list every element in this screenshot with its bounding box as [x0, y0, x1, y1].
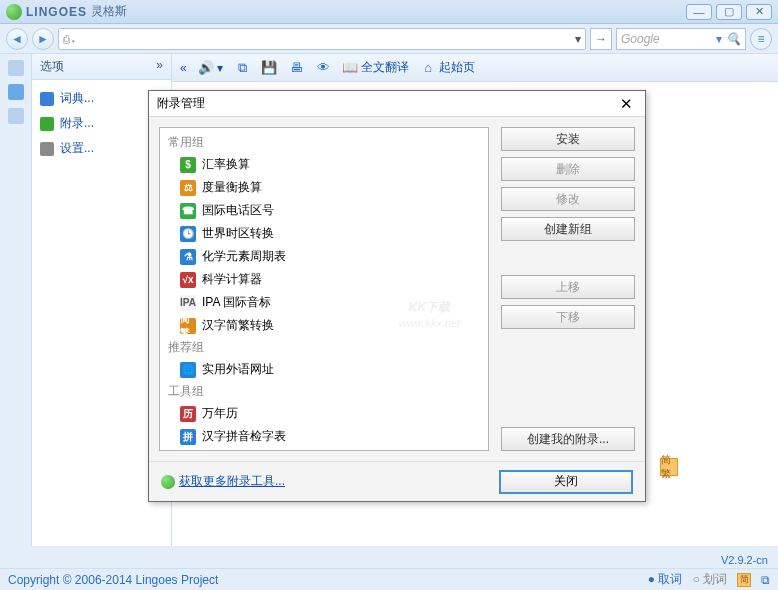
titlebar: LINGOES 灵格斯 — ▢ ✕: [0, 0, 778, 24]
tree-item-icon: 历: [180, 406, 196, 422]
tree-item-label: 汉字简繁转换: [202, 317, 274, 334]
tree-item[interactable]: 🕒世界时区转换: [162, 222, 486, 245]
copyright: Copyright © 2006-2014 Lingoes Project: [8, 573, 218, 587]
tree-item-icon: 简繁: [180, 318, 196, 334]
tree-item-label: 科学计算器: [202, 271, 262, 288]
appendix-tree[interactable]: KK下载www.kkx.net 常用组$汇率换算⚖度量衡换算☎国际电话区号🕒世界…: [159, 127, 489, 451]
tb-home[interactable]: ⌂起始页: [421, 59, 475, 76]
tree-item-label: 度量衡换算: [202, 179, 262, 196]
brand-name: LINGOES: [26, 5, 87, 19]
maximize-button[interactable]: ▢: [716, 4, 742, 20]
sidebar-item-icon: [40, 142, 54, 156]
sidebar-item-label: 附录...: [60, 115, 94, 132]
version-label: V2.9.2-cn: [721, 554, 768, 566]
modify-button[interactable]: 修改: [501, 187, 635, 211]
movedown-button[interactable]: 下移: [501, 305, 635, 329]
status-icon-2[interactable]: ⧉: [761, 573, 770, 587]
address-toolbar: ◄ ► ⎙▾ ▾ → Google ▾ 🔍 ≡: [0, 24, 778, 54]
tree-item-icon: ⚖: [180, 180, 196, 196]
address-prefix-icon: ⎙▾: [63, 33, 77, 45]
tree-item[interactable]: √x科学计算器: [162, 268, 486, 291]
address-input[interactable]: ⎙▾ ▾: [58, 28, 586, 50]
dialog-close-button[interactable]: 关闭: [499, 470, 633, 494]
brand-name-cn: 灵格斯: [91, 3, 127, 20]
tree-item-icon: 拼: [180, 429, 196, 445]
tree-item[interactable]: IPAIPA 国际音标: [162, 291, 486, 314]
moveup-button[interactable]: 上移: [501, 275, 635, 299]
app-logo-icon: [6, 4, 22, 20]
tree-item[interactable]: 历万年历: [162, 402, 486, 425]
tb-back-icon[interactable]: «: [180, 61, 187, 75]
tb-copy-icon[interactable]: ⧉: [235, 60, 250, 75]
close-button[interactable]: ✕: [746, 4, 772, 20]
tree-item-icon: ☎: [180, 203, 196, 219]
tree-item[interactable]: ☎国际电话区号: [162, 199, 486, 222]
conversion-badge[interactable]: 简繁: [660, 458, 678, 476]
tree-item-icon: $: [180, 157, 196, 173]
tb-print-icon[interactable]: 🖶: [289, 60, 304, 75]
tree-item-icon: √x: [180, 272, 196, 288]
tree-group-label: 常用组: [162, 132, 486, 153]
address-dropdown-icon[interactable]: ▾: [575, 32, 581, 46]
left-gutter: [0, 54, 32, 546]
search-placeholder: Google: [621, 32, 660, 46]
tree-item[interactable]: 拼汉字拼音检字表: [162, 425, 486, 448]
tree-item-label: 万年历: [202, 405, 238, 422]
gutter-icon-2[interactable]: [8, 84, 24, 100]
dialog-title: 附录管理: [157, 95, 205, 112]
tb-find-icon[interactable]: 👁: [316, 60, 331, 75]
sidebar-item-0[interactable]: 词典...: [38, 86, 165, 111]
search-input[interactable]: Google ▾ 🔍: [616, 28, 746, 50]
go-button[interactable]: →: [590, 28, 612, 50]
tree-group-label: 推荐组: [162, 337, 486, 358]
sidebar-header: 选项: [40, 58, 64, 75]
newgroup-button[interactable]: 创建新组: [501, 217, 635, 241]
create-mine-button[interactable]: 创建我的附录...: [501, 427, 635, 451]
tree-item-icon: IPA: [180, 295, 196, 311]
menu-button[interactable]: ≡: [750, 28, 772, 50]
search-icon[interactable]: 🔍: [726, 32, 741, 46]
tree-item-label: 实用外语网址: [202, 361, 274, 378]
content-toolbar: « 🔊▾ ⧉ 💾 🖶 👁 📖全文翻译 ⌂起始页: [172, 54, 778, 82]
tree-item[interactable]: ⚗化学元素周期表: [162, 245, 486, 268]
gutter-icon-1[interactable]: [8, 60, 24, 76]
more-tools-link[interactable]: 获取更多附录工具...: [161, 473, 285, 490]
install-button[interactable]: 安装: [501, 127, 635, 151]
status-icon-1[interactable]: 简: [737, 573, 751, 587]
tree-item-label: 汇率换算: [202, 156, 250, 173]
tb-save-icon[interactable]: 💾: [262, 60, 277, 75]
pick-word-toggle[interactable]: ● 取词: [648, 571, 683, 588]
tree-item-label: 化学元素周期表: [202, 248, 286, 265]
stroke-word-toggle[interactable]: ○ 划词: [692, 571, 727, 588]
tree-item[interactable]: 简繁汉字简繁转换: [162, 314, 486, 337]
tree-item-icon: ⚗: [180, 249, 196, 265]
sidebar-collapse-icon[interactable]: »: [156, 58, 163, 75]
sidebar-item-label: 词典...: [60, 90, 94, 107]
appendix-dialog: 附录管理 ✕ KK下载www.kkx.net 常用组$汇率换算⚖度量衡换算☎国际…: [148, 90, 646, 502]
tree-item-label: 世界时区转换: [202, 225, 274, 242]
tree-item[interactable]: 字汉字部首检字表: [162, 448, 486, 451]
minimize-button[interactable]: —: [686, 4, 712, 20]
tree-item-label: IPA 国际音标: [202, 294, 271, 311]
sidebar-item-2[interactable]: 设置...: [38, 136, 165, 161]
tb-fulltrans[interactable]: 📖全文翻译: [343, 59, 409, 76]
tree-item-label: 汉字拼音检字表: [202, 428, 286, 445]
search-dropdown-icon[interactable]: ▾: [716, 32, 722, 46]
sidebar-item-1[interactable]: 附录...: [38, 111, 165, 136]
tree-item-icon: 🕒: [180, 226, 196, 242]
globe-icon: [161, 475, 175, 489]
gutter-icon-3[interactable]: [8, 108, 24, 124]
tree-item[interactable]: 🌐实用外语网址: [162, 358, 486, 381]
sidebar-item-icon: [40, 92, 54, 106]
back-button[interactable]: ◄: [6, 28, 28, 50]
dialog-close-icon[interactable]: ✕: [616, 95, 637, 113]
tree-item[interactable]: ⚖度量衡换算: [162, 176, 486, 199]
tb-sound-icon[interactable]: 🔊▾: [199, 60, 223, 75]
sidebar-item-icon: [40, 117, 54, 131]
delete-button[interactable]: 删除: [501, 157, 635, 181]
tree-item-icon: 🌐: [180, 362, 196, 378]
sidebar-item-label: 设置...: [60, 140, 94, 157]
statusbar: Copyright © 2006-2014 Lingoes Project ● …: [0, 568, 778, 590]
tree-item[interactable]: $汇率换算: [162, 153, 486, 176]
forward-button[interactable]: ►: [32, 28, 54, 50]
